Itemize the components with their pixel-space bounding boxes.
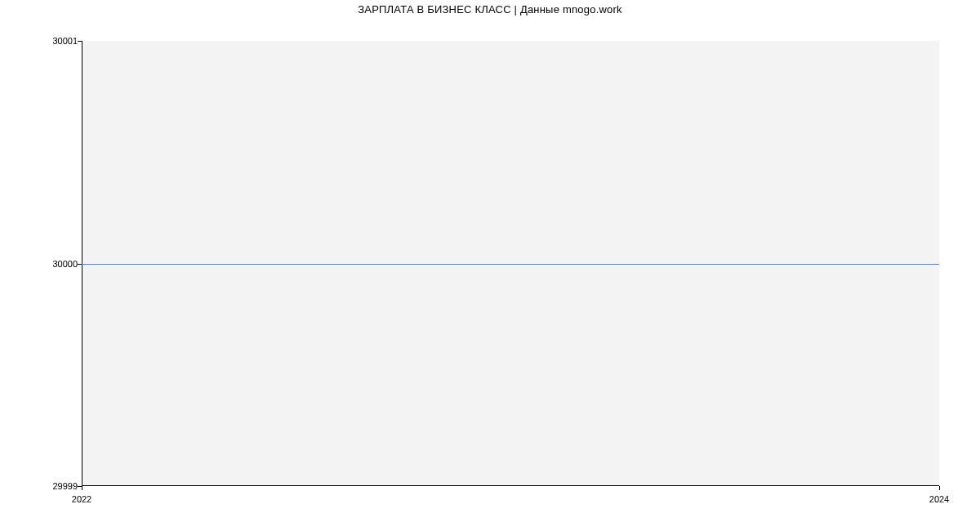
y-tick-label: 30000	[52, 259, 78, 269]
y-tick-label: 30001	[52, 36, 78, 46]
y-tick-mark	[78, 41, 82, 42]
x-tick-mark	[939, 486, 940, 490]
x-tick-label: 2024	[929, 494, 949, 504]
series-line	[82, 264, 939, 265]
chart-container: ЗАРПЛАТА В БИЗНЕС КЛАСС | Данные mnogo.w…	[0, 0, 980, 531]
x-tick-label: 2022	[72, 494, 91, 504]
y-tick-label: 29999	[52, 481, 78, 491]
x-tick-mark	[82, 486, 82, 490]
chart-title: ЗАРПЛАТА В БИЗНЕС КЛАСС | Данные mnogo.w…	[0, 3, 980, 16]
